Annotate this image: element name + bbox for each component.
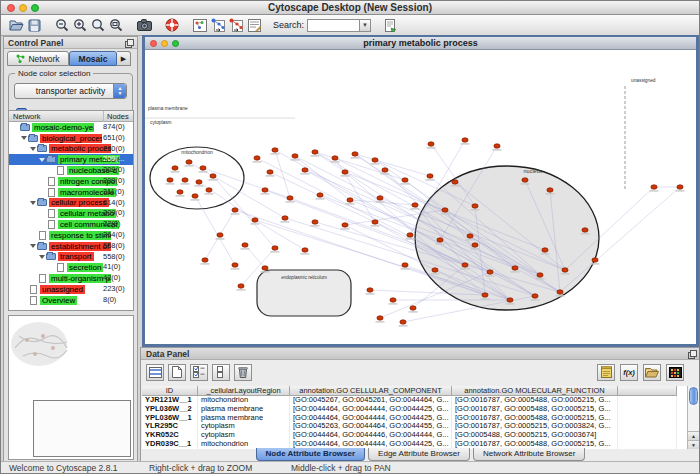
- graph-node[interactable]: [428, 142, 434, 146]
- help-icon[interactable]: [163, 16, 181, 34]
- tab-mosaic[interactable]: Mosaic: [69, 51, 117, 66]
- delete-attribute-icon[interactable]: [234, 364, 252, 381]
- graph-node[interactable]: [196, 180, 202, 184]
- graph-node[interactable]: [254, 156, 260, 160]
- column-header[interactable]: [618, 386, 677, 396]
- expand-arrow-icon[interactable]: [39, 158, 45, 162]
- graph-node[interactable]: [252, 218, 258, 222]
- expand-arrow-icon[interactable]: [30, 147, 36, 151]
- tree-row[interactable]: mosaic-demo-yeast874(0): [9, 122, 133, 133]
- attribute-checklist-icon[interactable]: [190, 364, 208, 381]
- tree-row[interactable]: unassigned223(0): [9, 284, 133, 295]
- graph-node[interactable]: [302, 248, 308, 252]
- graph-node[interactable]: [262, 266, 268, 270]
- table-cell[interactable]: YLR295C: [142, 422, 198, 431]
- graph-node[interactable]: [292, 154, 298, 158]
- graph-node[interactable]: [467, 234, 473, 238]
- tree-header-nodes[interactable]: Nodes: [103, 111, 129, 122]
- graph-node[interactable]: [542, 248, 548, 252]
- graph-node[interactable]: [242, 243, 248, 247]
- table-cell[interactable]: [GO:0045267, GO:0045261, GO:0044464, G..…: [290, 396, 452, 405]
- table-cell[interactable]: YKR052C: [142, 431, 198, 440]
- expand-arrow-icon[interactable]: [30, 201, 36, 205]
- tree-row[interactable]: response to stimulu264(0): [9, 230, 133, 241]
- advanced-search-icon[interactable]: [381, 16, 399, 34]
- column-header[interactable]: _cellularLayoutRegion: [198, 386, 290, 396]
- graph-node[interactable]: [312, 220, 318, 224]
- graph-node[interactable]: [382, 168, 388, 172]
- graph-node[interactable]: [494, 144, 500, 148]
- table-row[interactable]: YPL036W__2plasma membrane[GO:0044464, GO…: [142, 405, 687, 414]
- graph-node[interactable]: [238, 284, 244, 288]
- graph-node[interactable]: [282, 216, 288, 220]
- tree-row[interactable]: nitrogen compo209(0): [9, 176, 133, 187]
- table-scrollbar[interactable]: ▲ ▼: [687, 386, 699, 449]
- table-cell[interactable]: [618, 396, 677, 405]
- network-view-titlebar[interactable]: primary metabolic process: [145, 37, 696, 50]
- graph-node[interactable]: [472, 204, 478, 208]
- table-cell[interactable]: plasma membrane: [198, 414, 290, 423]
- table-cell[interactable]: [GO:0044464, GO:0044444, GO:0044425, G..…: [290, 414, 452, 423]
- node-color-combobox[interactable]: transporter activity ▲▼: [14, 83, 127, 99]
- graph-node[interactable]: [547, 188, 553, 192]
- graph-node[interactable]: [677, 185, 683, 189]
- graph-node[interactable]: [442, 208, 448, 212]
- graph-node[interactable]: [452, 180, 458, 184]
- tree-row[interactable]: establishment of lo558(0): [9, 241, 133, 252]
- tree-row[interactable]: metabolic process280(0): [9, 144, 133, 155]
- table-cell[interactable]: [618, 422, 677, 431]
- graph-node[interactable]: [562, 268, 568, 272]
- graph-node[interactable]: [522, 178, 528, 182]
- table-row[interactable]: YLR295Ccytoplasm[GO:0045263, GO:0044464,…: [142, 422, 687, 431]
- graph-node[interactable]: [462, 138, 468, 142]
- more-tabs-icon[interactable]: ▶: [117, 51, 131, 66]
- graph-node[interactable]: [312, 150, 318, 154]
- tree-row[interactable]: nucleobase-c209(0): [9, 165, 133, 176]
- graph-node[interactable]: [232, 263, 238, 267]
- tab-network[interactable]: Network: [7, 51, 69, 66]
- snapshot-icon[interactable]: [135, 16, 153, 34]
- search-dropdown-icon[interactable]: ▼: [359, 19, 371, 32]
- graph-node[interactable]: [507, 298, 513, 302]
- graph-node[interactable]: [592, 258, 598, 262]
- graph-node[interactable]: [410, 306, 416, 310]
- table-cell[interactable]: [GO:0016787, GO:0005215, GO:0003824, G..…: [452, 422, 618, 431]
- column-header[interactable]: annotation.GO CELLULAR_COMPONENT: [290, 386, 452, 396]
- graph-node[interactable]: [262, 188, 268, 192]
- graph-node[interactable]: [377, 196, 383, 200]
- formula-builder-icon[interactable]: f(x): [620, 364, 638, 381]
- graph-node[interactable]: [651, 185, 657, 189]
- table-cell[interactable]: [618, 405, 677, 414]
- graph-node[interactable]: [487, 270, 493, 274]
- graph-node[interactable]: [210, 174, 216, 178]
- zoom-actual-icon[interactable]: [89, 16, 107, 34]
- graph-node[interactable]: [342, 170, 348, 174]
- zoom-in-icon[interactable]: [71, 16, 89, 34]
- tree-row[interactable]: cell communicat22(0): [9, 219, 133, 230]
- overview-panel-icon[interactable]: [191, 16, 209, 34]
- birds-eye-view[interactable]: [8, 315, 134, 460]
- table-cell[interactable]: [618, 414, 677, 423]
- tree-row[interactable]: macromolecule311(0): [9, 187, 133, 198]
- graph-node[interactable]: [402, 178, 408, 182]
- graph-node[interactable]: [202, 258, 208, 262]
- unselect-attributes-icon[interactable]: [212, 364, 230, 381]
- graph-node[interactable]: [177, 190, 183, 194]
- expand-arrow-icon[interactable]: [21, 136, 27, 140]
- table-cell[interactable]: cytoplasm: [198, 422, 290, 431]
- graph-node[interactable]: [400, 320, 406, 324]
- table-cell[interactable]: YPL036W__1: [142, 414, 198, 423]
- birds-eye-viewport[interactable]: [33, 400, 131, 457]
- graph-node[interactable]: [342, 223, 348, 227]
- graph-node[interactable]: [402, 263, 408, 267]
- table-cell[interactable]: [618, 431, 677, 440]
- table-cell[interactable]: cytoplasm: [198, 431, 290, 440]
- graph-node[interactable]: [432, 268, 438, 272]
- tree-row[interactable]: multi-organism pro42(0): [9, 273, 133, 284]
- graph-node[interactable]: [367, 288, 373, 292]
- float-panel-icon[interactable]: [125, 39, 134, 51]
- graph-node[interactable]: [482, 293, 488, 297]
- zoom-out-icon[interactable]: [53, 16, 71, 34]
- matrix-icon[interactable]: [666, 364, 684, 381]
- tab-edge-attribute-browser[interactable]: Edge Attribute Browser: [368, 448, 470, 461]
